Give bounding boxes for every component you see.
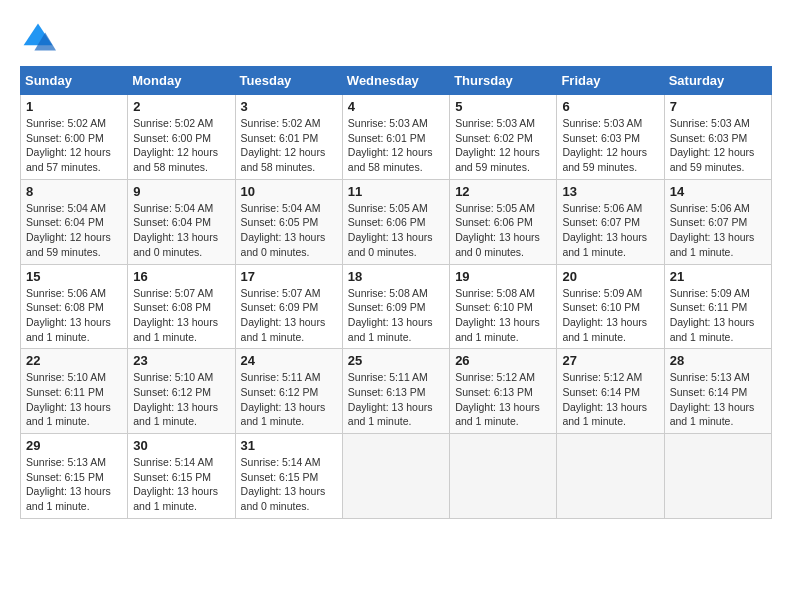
calendar-week-2: 8Sunrise: 5:04 AM Sunset: 6:04 PM Daylig…	[21, 179, 772, 264]
calendar-cell: 2Sunrise: 5:02 AM Sunset: 6:00 PM Daylig…	[128, 95, 235, 180]
calendar-cell: 20Sunrise: 5:09 AM Sunset: 6:10 PM Dayli…	[557, 264, 664, 349]
day-number: 29	[26, 438, 122, 453]
calendar-week-3: 15Sunrise: 5:06 AM Sunset: 6:08 PM Dayli…	[21, 264, 772, 349]
day-info: Sunrise: 5:02 AM Sunset: 6:00 PM Dayligh…	[26, 116, 122, 175]
day-info: Sunrise: 5:04 AM Sunset: 6:05 PM Dayligh…	[241, 201, 337, 260]
calendar-cell: 10Sunrise: 5:04 AM Sunset: 6:05 PM Dayli…	[235, 179, 342, 264]
calendar-header-wednesday: Wednesday	[342, 67, 449, 95]
calendar-cell: 4Sunrise: 5:03 AM Sunset: 6:01 PM Daylig…	[342, 95, 449, 180]
calendar-cell	[664, 434, 771, 519]
calendar-header-row: SundayMondayTuesdayWednesdayThursdayFrid…	[21, 67, 772, 95]
day-info: Sunrise: 5:12 AM Sunset: 6:14 PM Dayligh…	[562, 370, 658, 429]
day-info: Sunrise: 5:02 AM Sunset: 6:00 PM Dayligh…	[133, 116, 229, 175]
day-number: 24	[241, 353, 337, 368]
day-number: 21	[670, 269, 766, 284]
calendar-cell: 30Sunrise: 5:14 AM Sunset: 6:15 PM Dayli…	[128, 434, 235, 519]
day-number: 1	[26, 99, 122, 114]
calendar-cell: 11Sunrise: 5:05 AM Sunset: 6:06 PM Dayli…	[342, 179, 449, 264]
day-number: 14	[670, 184, 766, 199]
day-info: Sunrise: 5:03 AM Sunset: 6:02 PM Dayligh…	[455, 116, 551, 175]
day-info: Sunrise: 5:09 AM Sunset: 6:11 PM Dayligh…	[670, 286, 766, 345]
calendar-cell: 27Sunrise: 5:12 AM Sunset: 6:14 PM Dayli…	[557, 349, 664, 434]
day-info: Sunrise: 5:10 AM Sunset: 6:11 PM Dayligh…	[26, 370, 122, 429]
day-number: 13	[562, 184, 658, 199]
calendar-header-sunday: Sunday	[21, 67, 128, 95]
calendar-cell: 28Sunrise: 5:13 AM Sunset: 6:14 PM Dayli…	[664, 349, 771, 434]
day-info: Sunrise: 5:03 AM Sunset: 6:03 PM Dayligh…	[562, 116, 658, 175]
calendar-cell: 9Sunrise: 5:04 AM Sunset: 6:04 PM Daylig…	[128, 179, 235, 264]
calendar-header-thursday: Thursday	[450, 67, 557, 95]
day-number: 26	[455, 353, 551, 368]
day-info: Sunrise: 5:05 AM Sunset: 6:06 PM Dayligh…	[348, 201, 444, 260]
day-number: 30	[133, 438, 229, 453]
calendar-cell: 21Sunrise: 5:09 AM Sunset: 6:11 PM Dayli…	[664, 264, 771, 349]
calendar-table: SundayMondayTuesdayWednesdayThursdayFrid…	[20, 66, 772, 519]
day-number: 9	[133, 184, 229, 199]
day-number: 8	[26, 184, 122, 199]
calendar-cell	[450, 434, 557, 519]
calendar-cell	[342, 434, 449, 519]
day-number: 31	[241, 438, 337, 453]
day-info: Sunrise: 5:13 AM Sunset: 6:15 PM Dayligh…	[26, 455, 122, 514]
calendar-cell: 16Sunrise: 5:07 AM Sunset: 6:08 PM Dayli…	[128, 264, 235, 349]
day-info: Sunrise: 5:08 AM Sunset: 6:10 PM Dayligh…	[455, 286, 551, 345]
page-header	[20, 20, 772, 56]
day-number: 17	[241, 269, 337, 284]
day-number: 2	[133, 99, 229, 114]
calendar-week-1: 1Sunrise: 5:02 AM Sunset: 6:00 PM Daylig…	[21, 95, 772, 180]
day-number: 19	[455, 269, 551, 284]
calendar-cell: 12Sunrise: 5:05 AM Sunset: 6:06 PM Dayli…	[450, 179, 557, 264]
day-number: 25	[348, 353, 444, 368]
day-info: Sunrise: 5:06 AM Sunset: 6:07 PM Dayligh…	[670, 201, 766, 260]
calendar-header-tuesday: Tuesday	[235, 67, 342, 95]
calendar-cell: 13Sunrise: 5:06 AM Sunset: 6:07 PM Dayli…	[557, 179, 664, 264]
day-number: 5	[455, 99, 551, 114]
calendar-cell: 19Sunrise: 5:08 AM Sunset: 6:10 PM Dayli…	[450, 264, 557, 349]
day-info: Sunrise: 5:08 AM Sunset: 6:09 PM Dayligh…	[348, 286, 444, 345]
calendar-cell: 29Sunrise: 5:13 AM Sunset: 6:15 PM Dayli…	[21, 434, 128, 519]
day-info: Sunrise: 5:05 AM Sunset: 6:06 PM Dayligh…	[455, 201, 551, 260]
day-info: Sunrise: 5:11 AM Sunset: 6:12 PM Dayligh…	[241, 370, 337, 429]
day-info: Sunrise: 5:03 AM Sunset: 6:01 PM Dayligh…	[348, 116, 444, 175]
day-info: Sunrise: 5:06 AM Sunset: 6:07 PM Dayligh…	[562, 201, 658, 260]
day-info: Sunrise: 5:14 AM Sunset: 6:15 PM Dayligh…	[133, 455, 229, 514]
calendar-cell: 17Sunrise: 5:07 AM Sunset: 6:09 PM Dayli…	[235, 264, 342, 349]
calendar-cell: 31Sunrise: 5:14 AM Sunset: 6:15 PM Dayli…	[235, 434, 342, 519]
day-number: 27	[562, 353, 658, 368]
day-info: Sunrise: 5:14 AM Sunset: 6:15 PM Dayligh…	[241, 455, 337, 514]
day-number: 28	[670, 353, 766, 368]
calendar-cell: 23Sunrise: 5:10 AM Sunset: 6:12 PM Dayli…	[128, 349, 235, 434]
logo-icon	[20, 20, 56, 56]
calendar-header-monday: Monday	[128, 67, 235, 95]
day-number: 6	[562, 99, 658, 114]
day-info: Sunrise: 5:04 AM Sunset: 6:04 PM Dayligh…	[26, 201, 122, 260]
day-info: Sunrise: 5:13 AM Sunset: 6:14 PM Dayligh…	[670, 370, 766, 429]
calendar-cell: 26Sunrise: 5:12 AM Sunset: 6:13 PM Dayli…	[450, 349, 557, 434]
calendar-cell: 14Sunrise: 5:06 AM Sunset: 6:07 PM Dayli…	[664, 179, 771, 264]
day-info: Sunrise: 5:11 AM Sunset: 6:13 PM Dayligh…	[348, 370, 444, 429]
calendar-cell: 22Sunrise: 5:10 AM Sunset: 6:11 PM Dayli…	[21, 349, 128, 434]
day-number: 10	[241, 184, 337, 199]
calendar-cell: 8Sunrise: 5:04 AM Sunset: 6:04 PM Daylig…	[21, 179, 128, 264]
day-info: Sunrise: 5:07 AM Sunset: 6:09 PM Dayligh…	[241, 286, 337, 345]
day-number: 20	[562, 269, 658, 284]
calendar-cell: 7Sunrise: 5:03 AM Sunset: 6:03 PM Daylig…	[664, 95, 771, 180]
day-number: 22	[26, 353, 122, 368]
calendar-cell: 1Sunrise: 5:02 AM Sunset: 6:00 PM Daylig…	[21, 95, 128, 180]
day-info: Sunrise: 5:06 AM Sunset: 6:08 PM Dayligh…	[26, 286, 122, 345]
calendar-cell: 24Sunrise: 5:11 AM Sunset: 6:12 PM Dayli…	[235, 349, 342, 434]
day-number: 18	[348, 269, 444, 284]
calendar-header-friday: Friday	[557, 67, 664, 95]
day-number: 12	[455, 184, 551, 199]
day-info: Sunrise: 5:09 AM Sunset: 6:10 PM Dayligh…	[562, 286, 658, 345]
calendar-week-5: 29Sunrise: 5:13 AM Sunset: 6:15 PM Dayli…	[21, 434, 772, 519]
calendar-cell: 18Sunrise: 5:08 AM Sunset: 6:09 PM Dayli…	[342, 264, 449, 349]
day-number: 11	[348, 184, 444, 199]
day-number: 4	[348, 99, 444, 114]
calendar-cell: 5Sunrise: 5:03 AM Sunset: 6:02 PM Daylig…	[450, 95, 557, 180]
day-info: Sunrise: 5:02 AM Sunset: 6:01 PM Dayligh…	[241, 116, 337, 175]
calendar-cell: 15Sunrise: 5:06 AM Sunset: 6:08 PM Dayli…	[21, 264, 128, 349]
day-info: Sunrise: 5:10 AM Sunset: 6:12 PM Dayligh…	[133, 370, 229, 429]
calendar-cell	[557, 434, 664, 519]
day-number: 15	[26, 269, 122, 284]
